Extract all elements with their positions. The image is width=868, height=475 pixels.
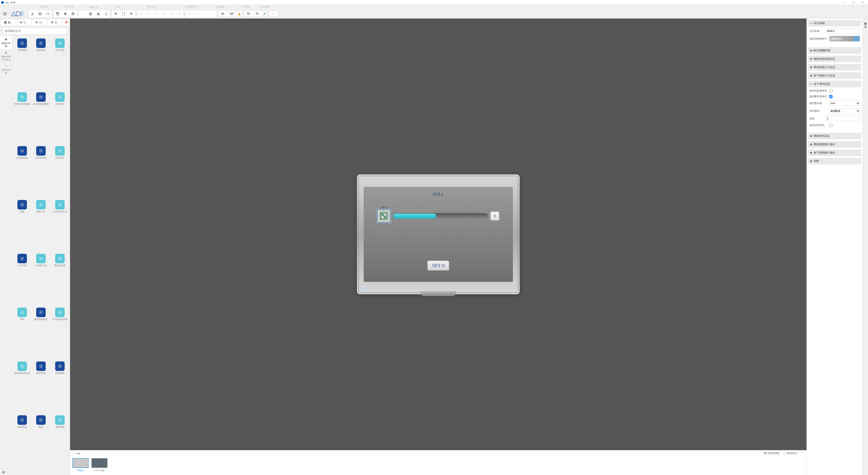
tab-images[interactable]: 圖...: [48, 20, 62, 25]
align-middle-icon[interactable]: ⬍: [168, 11, 176, 17]
align-left-icon[interactable]: ⬱: [138, 11, 145, 17]
lib-item[interactable]: 多狀態按鍵開關: [32, 91, 50, 144]
align-center-icon[interactable]: ⬌: [145, 11, 153, 17]
lib-item[interactable]: 通用型條狀表: [32, 307, 50, 360]
page-selector-checkbox[interactable]: [829, 89, 833, 92]
rotation-input[interactable]: [269, 11, 278, 17]
section-visibility[interactable]: ✚顯示/隱藏控制: [808, 47, 861, 54]
space-h-icon[interactable]: ⬚: [202, 11, 209, 17]
lib-item[interactable]: 多功能按鈕: [13, 145, 31, 198]
zoom-in-button[interactable]: [112, 11, 120, 17]
svg-rect-25: [21, 203, 24, 206]
lib-item[interactable]: 文字方塊: [13, 253, 31, 306]
lib-item[interactable]: 觸控區域: [32, 360, 50, 414]
dist-v-icon[interactable]: ☷: [194, 11, 201, 17]
lib-item[interactable]: 圓形進度條: [51, 253, 69, 306]
cat-system[interactable]: ✦系統元件庫: [0, 62, 12, 76]
tab-private[interactable]: 私...: [17, 20, 31, 25]
plugin-button[interactable]: [62, 11, 69, 17]
pin-button[interactable]: 📌: [63, 20, 69, 25]
paste-button[interactable]: 📋: [102, 11, 110, 17]
section-press-event[interactable]: —按下事件設定: [808, 81, 861, 87]
lib-item[interactable]: 儀表: [13, 307, 31, 360]
lib-item[interactable]: 無段按鍵: [32, 37, 50, 90]
search-input[interactable]: [3, 28, 67, 34]
lib-item[interactable]: 通用型儀: [51, 414, 69, 467]
page-thumb[interactable]: IOConfig: [91, 458, 107, 472]
zoom-out-button[interactable]: [128, 11, 135, 17]
add-page-button[interactable]: 📄 新增頁面...: [783, 451, 799, 455]
space-v-icon[interactable]: ⬚: [209, 11, 216, 17]
code-button[interactable]: [44, 11, 51, 17]
bind-register-select[interactable]: num: [829, 100, 860, 106]
link-size-icon[interactable]: 🔗: [261, 11, 268, 17]
cut-button[interactable]: [95, 11, 102, 17]
minimize-button[interactable]: ─: [840, 0, 849, 5]
section-release-text[interactable]: ✚釋放狀態文字設定: [808, 64, 861, 70]
plus-button[interactable]: +: [490, 211, 499, 220]
lib-item[interactable]: 圖表: [32, 414, 50, 467]
menu-button[interactable]: [2, 11, 8, 17]
op-mode-select[interactable]: 遞減數值: [829, 108, 860, 114]
section-press-image[interactable]: ✚按下狀態圖片操作: [808, 149, 861, 156]
section-preview[interactable]: ✚預覽: [808, 158, 861, 165]
download-button[interactable]: [29, 11, 36, 17]
register-op-checkbox[interactable]: [829, 95, 833, 98]
lib-item[interactable]: 單擊多狀態按鍵: [13, 91, 31, 144]
tab-widgets[interactable]: 圖...: [1, 20, 16, 25]
align-top-icon[interactable]: ⬆: [161, 11, 168, 17]
align-right-icon[interactable]: ⬲: [153, 11, 160, 17]
tutorial-link-button[interactable]: 啟動連結...: [829, 36, 860, 41]
section-release-image[interactable]: ✚釋放狀態圖片操作: [808, 141, 861, 148]
save-button[interactable]: [54, 11, 61, 17]
y-input[interactable]: [227, 11, 236, 17]
close-button[interactable]: ✕: [858, 0, 867, 5]
lib-item[interactable]: 段位按鍵: [51, 37, 69, 90]
lib-item[interactable]: 日期/時間文本: [51, 199, 69, 252]
page-thumb[interactable]: Page1: [72, 458, 89, 472]
play-button[interactable]: [36, 11, 43, 17]
dist-h-icon[interactable]: ☰: [186, 11, 193, 17]
lib-item[interactable]: 旋轉影像: [13, 414, 31, 467]
lib-item[interactable]: 多狀態按鈕: [32, 145, 50, 198]
pointer-button[interactable]: ↖: [79, 11, 87, 17]
lib-item[interactable]: 水平條狀調節器: [51, 307, 69, 360]
component-name-input[interactable]: [826, 28, 860, 34]
x-input[interactable]: [219, 11, 227, 17]
progress-bar[interactable]: [393, 213, 488, 219]
lib-item[interactable]: 影像清單: [51, 145, 69, 198]
set-button[interactable]: SET 0: [427, 261, 449, 270]
grid-button[interactable]: [69, 11, 76, 17]
section-press-text[interactable]: ✚按下狀態文字設定: [808, 72, 861, 79]
zoom-fit-button[interactable]: [120, 11, 127, 17]
cat-minimal[interactable]: ▩極簡主義元件集合: [0, 49, 12, 62]
lib-item[interactable]: 七段顯示器: [32, 253, 50, 306]
copy-button[interactable]: [87, 11, 94, 17]
page-filter-button[interactable]: ☰ 頁面過濾器: [764, 451, 780, 455]
maximize-button[interactable]: ▢: [849, 0, 858, 5]
svg-rect-39: [58, 418, 61, 422]
tab-clipboard[interactable]: 剪...: [32, 20, 47, 25]
section-release-event[interactable]: ✚釋放事件設定: [808, 133, 861, 139]
lib-item[interactable]: 捲動文本: [32, 199, 50, 252]
align-bottom-icon[interactable]: ⬇: [176, 11, 183, 17]
section-template[interactable]: ✚模版底色形狀設定: [808, 56, 861, 62]
vtab-settings-icon[interactable]: ⚙: [864, 25, 867, 29]
lib-item[interactable]: 有段按鈕: [51, 91, 69, 144]
selected-widget[interactable]: 75x75: [377, 209, 391, 222]
svg-rect-31: [21, 311, 24, 314]
callback-checkbox[interactable]: [829, 124, 833, 127]
lib-item[interactable]: 垂直條狀調節器: [13, 360, 31, 414]
page-menu-button[interactable]: ⋯: [802, 451, 804, 455]
width-input[interactable]: [244, 11, 252, 17]
canvas[interactable]: IVL1 75x75: [70, 19, 807, 450]
cat-standard[interactable]: ▦標準元件庫: [0, 36, 12, 49]
lib-item[interactable]: 滑動開關: [13, 37, 31, 90]
lock-position-icon[interactable]: 🔒: [236, 11, 242, 17]
height-input[interactable]: [253, 11, 261, 17]
data-input[interactable]: [826, 116, 860, 121]
lib-item[interactable]: 靜態圖像: [51, 360, 69, 414]
grid-toggle-button[interactable]: ▦: [0, 469, 70, 475]
section-component[interactable]: —段位按鍵: [808, 20, 861, 27]
lib-item[interactable]: 動畫: [13, 199, 31, 252]
